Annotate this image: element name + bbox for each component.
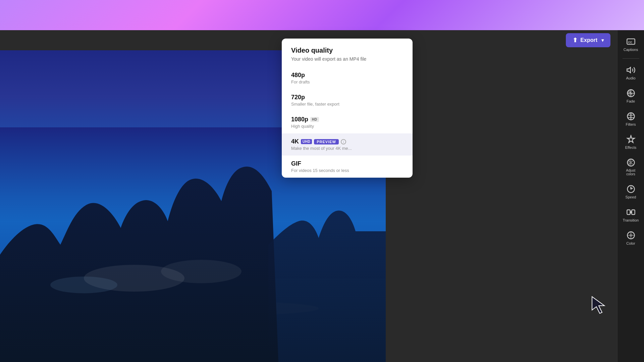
speed-label: Speed: [626, 195, 636, 199]
hd-badge: HD: [310, 117, 319, 122]
quality-option-gif[interactable]: GIF For videos 15 seconds or less: [282, 156, 413, 178]
quality-name-1080p: 1080p: [291, 116, 308, 123]
speed-icon: [626, 184, 636, 194]
right-sidebar: CC Captions Audio Fade Filters: [617, 30, 644, 362]
quality-subtitle: Your video will export as an MP4 file: [291, 56, 403, 62]
sidebar-item-speed[interactable]: Speed: [619, 181, 643, 202]
chevron-down-icon: ▾: [601, 38, 604, 43]
quality-row-480p: 480p: [291, 72, 403, 79]
quality-desc-480p: For drafts: [291, 79, 403, 84]
sidebar-item-color[interactable]: Color: [619, 227, 643, 249]
effects-label: Effects: [625, 145, 636, 149]
sidebar-item-adjust-colors[interactable]: Adjustcolors: [619, 155, 643, 179]
svg-rect-16: [627, 210, 630, 215]
divider-1: [623, 58, 639, 59]
export-button[interactable]: ⬆ Export ▾: [566, 33, 610, 47]
quality-option-720p[interactable]: 720p Smaller file, faster export: [282, 89, 413, 111]
quality-name-gif: GIF: [291, 160, 301, 167]
quality-option-4k[interactable]: 4K UHD PREVIEW i Make the most of your 4…: [282, 133, 413, 156]
quality-desc-1080p: High quality: [291, 124, 403, 129]
effects-icon: [626, 135, 636, 144]
svg-point-7: [50, 277, 117, 293]
quality-title: Video quality: [291, 47, 403, 54]
top-bar: [0, 0, 644, 30]
svg-point-6: [161, 260, 241, 283]
svg-rect-11: [627, 90, 631, 97]
quality-row-720p: 720p: [291, 94, 403, 101]
quality-name-4k: 4K: [291, 138, 299, 145]
svg-text:CC: CC: [628, 41, 632, 44]
sidebar-item-fade[interactable]: Fade: [619, 85, 643, 107]
audio-icon: [626, 65, 636, 75]
quality-dropdown: Video quality Your video will export as …: [282, 39, 413, 178]
transition-icon: [626, 207, 636, 217]
sidebar-item-audio[interactable]: Audio: [619, 62, 643, 83]
quality-desc-720p: Smaller file, faster export: [291, 102, 403, 107]
quality-row-4k: 4K UHD PREVIEW i: [291, 138, 403, 145]
fade-icon: [626, 88, 636, 98]
filters-label: Filters: [626, 122, 636, 126]
quality-option-1080p[interactable]: 1080p HD High quality: [282, 111, 413, 133]
transition-label: Transition: [623, 218, 639, 222]
quality-row-gif: GIF: [291, 160, 403, 167]
quality-desc-4k: Make the most of your 4K me...: [291, 146, 403, 151]
svg-rect-14: [627, 159, 631, 166]
upload-icon: ⬆: [573, 37, 578, 44]
preview-badge: PREVIEW: [314, 139, 339, 144]
sidebar-item-effects[interactable]: Effects: [619, 131, 643, 153]
adjust-colors-label: Adjustcolors: [626, 169, 636, 176]
sidebar-item-captions[interactable]: CC Captions: [619, 34, 643, 55]
quality-name-720p: 720p: [291, 94, 305, 101]
svg-point-19: [629, 234, 632, 237]
quality-row-1080p: 1080p HD: [291, 116, 403, 123]
captions-icon: CC: [626, 37, 636, 46]
uhd-badge: UHD: [301, 139, 312, 144]
color-label: Color: [626, 241, 635, 245]
audio-label: Audio: [626, 76, 635, 80]
captions-label: Captions: [624, 48, 638, 52]
filters-icon: [626, 112, 636, 121]
info-icon[interactable]: i: [341, 139, 346, 144]
sidebar-item-transition[interactable]: Transition: [619, 204, 643, 226]
quality-header: Video quality Your video will export as …: [282, 39, 413, 67]
quality-option-480p[interactable]: 480p For drafts: [282, 67, 413, 89]
adjust-colors-icon: [626, 158, 636, 167]
export-label: Export: [580, 37, 597, 43]
color-icon: [626, 231, 636, 240]
quality-desc-gif: For videos 15 seconds or less: [291, 168, 403, 173]
quality-name-480p: 480p: [291, 72, 305, 79]
fade-label: Fade: [627, 99, 635, 103]
sidebar-item-filters[interactable]: Filters: [619, 108, 643, 130]
